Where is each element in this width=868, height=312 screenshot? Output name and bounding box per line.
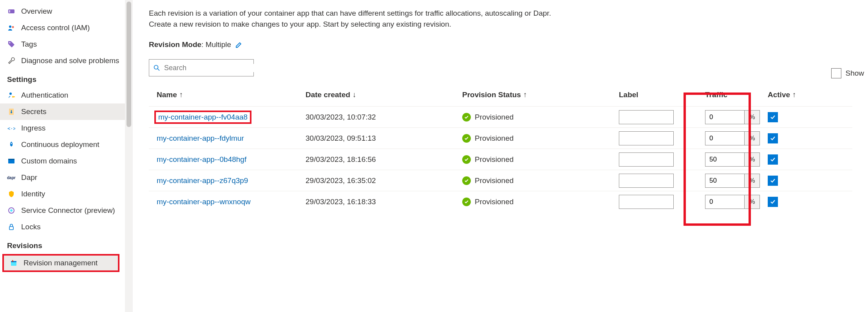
revisions-table: Name ↑ Date created ↓ Provision Status ↑… [149,87,852,212]
identity-icon [7,190,16,198]
active-checkbox[interactable] [768,176,778,186]
sidebar-label: Dapr [21,173,37,182]
active-checkbox[interactable] [768,197,778,207]
percent-suffix: % [744,152,760,167]
col-header-active[interactable]: Active ↑ [768,91,838,99]
svg-point-2 [9,25,11,28]
label-input[interactable] [619,174,674,188]
svg-point-12 [11,143,12,144]
percent-suffix: % [744,131,760,145]
domains-icon [7,157,16,165]
sidebar-item-tags[interactable]: Tags [0,36,133,53]
traffic-input[interactable] [705,110,744,124]
svg-point-17 [10,209,13,212]
sidebar-item-locks[interactable]: Locks [0,219,133,235]
svg-point-5 [9,93,12,95]
sidebar-item-continuous-deployment[interactable]: Continuous deployment [0,136,133,153]
revision-mode-label: Revision Mode [149,40,201,49]
col-header-label[interactable]: Label [619,91,697,99]
col-header-date[interactable]: Date created ↓ [306,91,462,99]
sidebar-item-authentication[interactable]: Authentication [0,87,133,103]
highlight-box-revision-management: Revision management [2,254,119,272]
success-icon [462,198,471,206]
label-input[interactable] [619,195,674,209]
traffic-input[interactable] [705,195,744,209]
traffic-input[interactable] [705,152,744,167]
sort-arrow-up-icon: ↑ [179,91,183,99]
revision-name-link[interactable]: my-container-app--fdylmur [157,134,244,142]
show-label: Show [845,69,864,78]
svg-rect-20 [11,261,16,262]
sidebar-label: Access control (IAM) [21,24,90,32]
sidebar-item-ingress[interactable]: <·> Ingress [0,120,133,136]
active-checkbox[interactable] [768,133,778,143]
connector-icon [7,206,16,215]
table-header: Name ↑ Date created ↓ Provision Status ↑… [149,87,852,106]
label-input[interactable] [619,152,674,167]
sidebar-item-revision-management[interactable]: Revision management [4,256,118,270]
col-header-status[interactable]: Provision Status ↑ [462,91,619,99]
date-cell: 29/03/2023, 18:16:56 [306,155,462,164]
col-header-traffic[interactable]: Traffic [697,91,768,99]
status-cell: Provisioned [462,113,619,122]
edit-mode-icon[interactable] [235,41,243,49]
date-cell: 30/03/2023, 10:07:32 [306,113,462,122]
sidebar-item-iam[interactable]: Access control (IAM) [0,20,133,36]
svg-point-4 [9,42,11,44]
label-input[interactable] [619,110,674,124]
svg-rect-18 [9,227,13,230]
scrollbar-thumb[interactable] [127,2,131,127]
sidebar-label: Service Connector (preview) [21,206,115,215]
svg-rect-1 [9,10,10,13]
search-box[interactable] [149,59,254,76]
percent-suffix: % [744,174,760,188]
label-input[interactable] [619,131,674,145]
revision-name-link[interactable]: my-container-app--fv04aa8 [158,113,248,121]
show-checkbox[interactable] [831,68,841,78]
revision-name-link[interactable]: my-container-app--z67q3p9 [157,176,248,185]
percent-suffix: % [744,110,760,124]
status-cell: Provisioned [462,198,619,206]
svg-point-3 [12,26,14,28]
percent-suffix: % [744,195,760,209]
success-icon [462,134,471,143]
search-input[interactable] [164,64,255,72]
sidebar: Overview Access control (IAM) Tags Diagn… [0,0,133,312]
sidebar-item-service-connector[interactable]: Service Connector (preview) [0,202,133,219]
sidebar-item-custom-domains[interactable]: Custom domains [0,153,133,169]
svg-rect-10 [11,110,12,112]
svg-text:dapr: dapr [7,176,16,180]
sidebar-item-secrets[interactable]: Secrets [0,103,133,120]
status-cell: Provisioned [462,176,619,185]
tag-icon [7,40,16,49]
table-row: my-container-app--fdylmur30/03/2023, 09:… [149,127,852,149]
traffic-input[interactable] [705,174,744,188]
sidebar-heading-revisions: Revisions [0,235,133,253]
active-checkbox[interactable] [768,154,778,165]
table-row: my-container-app--0b48hgf29/03/2023, 18:… [149,149,852,170]
sort-arrow-up-icon: ↑ [523,91,527,99]
revision-name-link[interactable]: my-container-app--0b48hgf [157,155,246,163]
overview-icon [7,7,16,16]
svg-rect-7 [13,96,15,97]
active-checkbox[interactable] [768,112,778,122]
sidebar-label: Custom domains [21,157,77,165]
person-key-icon [7,91,16,100]
sidebar-item-overview[interactable]: Overview [0,3,133,20]
traffic-input[interactable] [705,131,744,145]
scrollbar-track [125,0,133,312]
sidebar-item-identity[interactable]: Identity [0,186,133,202]
col-header-name[interactable]: Name ↑ [149,91,306,99]
show-filter-group: Show [831,68,864,78]
sidebar-label: Authentication [21,91,68,100]
sidebar-item-dapr[interactable]: dapr Dapr [0,169,133,186]
sidebar-label: Tags [21,40,37,49]
rocket-icon [7,140,16,149]
date-cell: 29/03/2023, 16:18:33 [306,198,462,206]
revision-name-link[interactable]: my-container-app--wnxnoqw [157,198,251,206]
revision-management-icon [9,259,18,267]
sidebar-item-diagnose[interactable]: Diagnose and solve problems [0,53,133,69]
sidebar-label: Revision management [24,259,98,267]
date-cell: 30/03/2023, 09:51:13 [306,134,462,143]
dapr-icon: dapr [7,173,16,182]
